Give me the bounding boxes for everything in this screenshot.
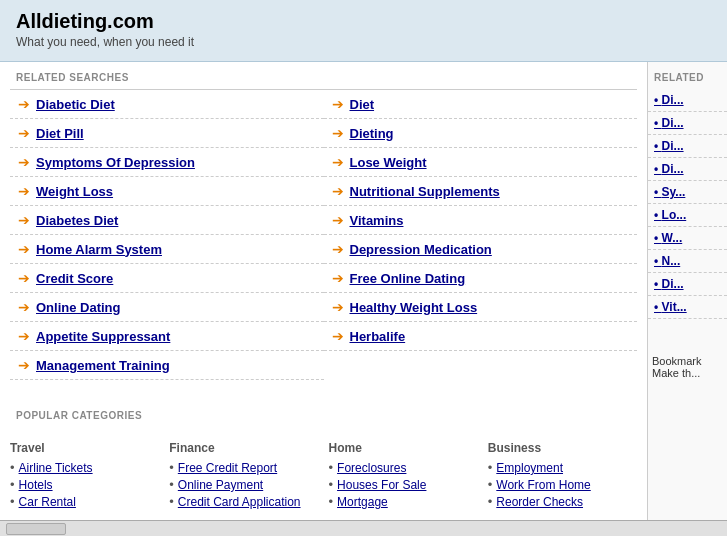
search-link[interactable]: Diet (350, 97, 375, 112)
right-sidebar: RELATED Di... Di... Di... Di... Sy... Lo… (647, 62, 727, 520)
related-searches: ➔ Diabetic Diet ➔ Diet ➔ Diet Pill ➔ Die… (0, 89, 647, 390)
sidebar-label: RELATED (648, 62, 727, 89)
arrow-icon: ➔ (18, 125, 30, 141)
arrow-icon: ➔ (18, 357, 30, 373)
category-list-finance: Free Credit Report Online Payment Credit… (169, 459, 318, 510)
category-col-travel: Travel Airline Tickets Hotels Car Rental (10, 441, 159, 510)
search-link[interactable]: Appetite Suppressant (36, 329, 170, 344)
category-link[interactable]: Foreclosures (337, 461, 406, 475)
sidebar-link[interactable]: Di... (648, 273, 727, 296)
page-header: Alldieting.com What you need, when you n… (0, 0, 727, 62)
list-item: ➔ Diabetes Diet (10, 206, 324, 235)
search-link[interactable]: Home Alarm System (36, 242, 162, 257)
search-link[interactable]: Vitamins (350, 213, 404, 228)
search-link[interactable]: Diet Pill (36, 126, 84, 141)
site-subtitle: What you need, when you need it (16, 35, 711, 49)
search-link[interactable]: Lose Weight (350, 155, 427, 170)
sidebar-link[interactable]: Lo... (648, 204, 727, 227)
search-link[interactable]: Diabetic Diet (36, 97, 115, 112)
arrow-icon: ➔ (18, 299, 30, 315)
category-link[interactable]: Free Credit Report (178, 461, 277, 475)
sidebar-link[interactable]: Di... (648, 158, 727, 181)
list-item: Foreclosures (329, 459, 478, 476)
popular-categories: Travel Airline Tickets Hotels Car Rental… (0, 435, 647, 510)
list-item: Free Credit Report (169, 459, 318, 476)
category-col-home: Home Foreclosures Houses For Sale Mortga… (329, 441, 478, 510)
category-list-business: Employment Work From Home Reorder Checks (488, 459, 637, 510)
arrow-icon: ➔ (332, 241, 344, 257)
list-item: Employment (488, 459, 637, 476)
list-item: Hotels (10, 476, 159, 493)
category-list-home: Foreclosures Houses For Sale Mortgage (329, 459, 478, 510)
search-link[interactable]: Dieting (350, 126, 394, 141)
list-item: Credit Card Application (169, 493, 318, 510)
search-link[interactable]: Nutritional Supplements (350, 184, 500, 199)
sidebar-link[interactable]: W... (648, 227, 727, 250)
search-link[interactable]: Online Dating (36, 300, 121, 315)
search-link[interactable]: Symptoms Of Depression (36, 155, 195, 170)
list-item: Car Rental (10, 493, 159, 510)
category-col-business: Business Employment Work From Home Reord… (488, 441, 637, 510)
category-link[interactable]: Mortgage (337, 495, 388, 509)
sidebar-link[interactable]: Di... (648, 112, 727, 135)
category-link[interactable]: Online Payment (178, 478, 263, 492)
list-item: Reorder Checks (488, 493, 637, 510)
arrow-icon: ➔ (332, 96, 344, 112)
search-link[interactable]: Free Online Dating (350, 271, 466, 286)
category-title-home: Home (329, 441, 478, 455)
list-item: Mortgage (329, 493, 478, 510)
category-link[interactable]: Reorder Checks (496, 495, 583, 509)
category-link[interactable]: Hotels (19, 478, 53, 492)
arrow-icon: ➔ (332, 183, 344, 199)
search-link[interactable]: Depression Medication (350, 242, 492, 257)
arrow-icon: ➔ (332, 328, 344, 344)
sidebar-link[interactable]: Vit... (648, 296, 727, 319)
list-item: ➔ Diet (324, 90, 638, 119)
list-item (324, 351, 638, 380)
categories-grid: Travel Airline Tickets Hotels Car Rental… (10, 435, 637, 510)
list-item: ➔ Appetite Suppressant (10, 322, 324, 351)
category-link[interactable]: Houses For Sale (337, 478, 426, 492)
sidebar-link[interactable]: Di... (648, 135, 727, 158)
category-title-business: Business (488, 441, 637, 455)
list-item: ➔ Lose Weight (324, 148, 638, 177)
arrow-icon: ➔ (332, 212, 344, 228)
search-link[interactable]: Herbalife (350, 329, 406, 344)
list-item: ➔ Diet Pill (10, 119, 324, 148)
search-link[interactable]: Diabetes Diet (36, 213, 118, 228)
arrow-icon: ➔ (18, 183, 30, 199)
list-item: ➔ Credit Score (10, 264, 324, 293)
category-list-travel: Airline Tickets Hotels Car Rental (10, 459, 159, 510)
search-link[interactable]: Credit Score (36, 271, 113, 286)
list-item: ➔ Diabetic Diet (10, 90, 324, 119)
list-item: ➔ Free Online Dating (324, 264, 638, 293)
list-item: ➔ Herbalife (324, 322, 638, 351)
category-link[interactable]: Airline Tickets (19, 461, 93, 475)
category-link[interactable]: Credit Card Application (178, 495, 301, 509)
arrow-icon: ➔ (18, 96, 30, 112)
category-link[interactable]: Work From Home (496, 478, 590, 492)
list-item: Online Payment (169, 476, 318, 493)
list-item: ➔ Home Alarm System (10, 235, 324, 264)
list-item: ➔ Vitamins (324, 206, 638, 235)
sidebar-link[interactable]: N... (648, 250, 727, 273)
arrow-icon: ➔ (332, 270, 344, 286)
category-col-finance: Finance Free Credit Report Online Paymen… (169, 441, 318, 510)
arrow-icon: ➔ (18, 154, 30, 170)
search-link[interactable]: Weight Loss (36, 184, 113, 199)
search-link[interactable]: Healthy Weight Loss (350, 300, 478, 315)
search-grid: ➔ Diabetic Diet ➔ Diet ➔ Diet Pill ➔ Die… (10, 89, 637, 380)
list-item: ➔ Symptoms Of Depression (10, 148, 324, 177)
search-link[interactable]: Management Training (36, 358, 170, 373)
arrow-icon: ➔ (18, 270, 30, 286)
sidebar-link[interactable]: Sy... (648, 181, 727, 204)
category-link[interactable]: Car Rental (19, 495, 76, 509)
list-item: ➔ Depression Medication (324, 235, 638, 264)
section-label-popular: POPULAR CATEGORIES (0, 400, 647, 427)
horizontal-scrollbar-track[interactable] (6, 523, 66, 535)
bookmark-sub: Make th... (652, 367, 723, 379)
category-link[interactable]: Employment (496, 461, 563, 475)
sidebar-link[interactable]: Di... (648, 89, 727, 112)
bottom-scrollbar[interactable] (0, 520, 727, 536)
list-item: ➔ Management Training (10, 351, 324, 380)
